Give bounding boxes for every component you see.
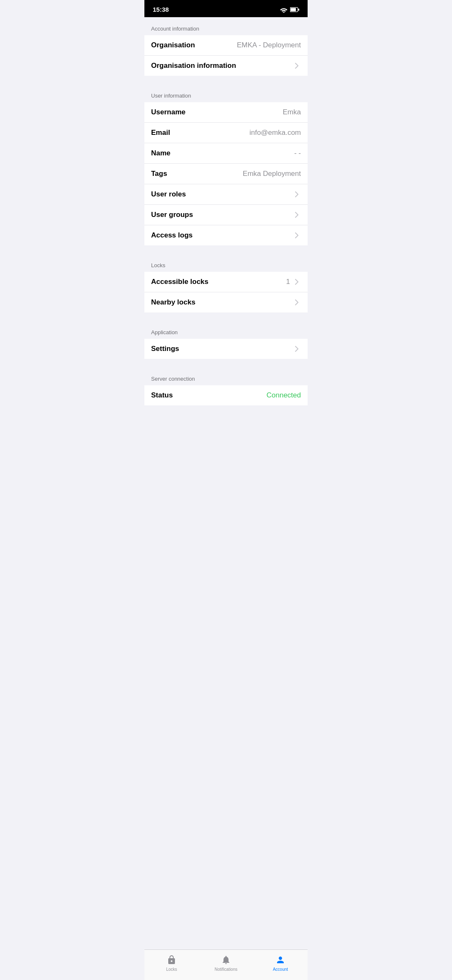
user-roles-row[interactable]: User roles xyxy=(144,184,308,205)
status-icons xyxy=(280,7,299,13)
locks-group: Accessible locks 1 Nearby locks xyxy=(144,272,308,312)
status-row: Status Connected xyxy=(144,385,308,405)
settings-chevron-icon xyxy=(293,345,301,353)
username-value: Emka xyxy=(283,108,301,116)
organisation-info-row[interactable]: Organisation information xyxy=(144,56,308,76)
tags-label: Tags xyxy=(151,170,167,178)
user-groups-chevron-icon xyxy=(293,211,301,219)
svg-rect-2 xyxy=(298,8,299,10)
spacer-4 xyxy=(144,359,308,367)
nearby-locks-chevron-container xyxy=(290,298,301,307)
accessible-locks-value: 1 xyxy=(286,278,290,286)
status-bar: 15:38 xyxy=(144,0,308,17)
accessible-locks-right: 1 xyxy=(286,278,301,286)
spacer-2 xyxy=(144,245,308,254)
user-info-header: User information xyxy=(144,84,308,102)
spacer-1 xyxy=(144,76,308,84)
username-row: Username Emka xyxy=(144,102,308,123)
spacer-3 xyxy=(144,312,308,321)
settings-chevron-container xyxy=(290,345,301,353)
server-connection-group: Status Connected xyxy=(144,385,308,405)
nearby-locks-row[interactable]: Nearby locks xyxy=(144,292,308,312)
wifi-icon xyxy=(280,7,288,13)
locks-header: Locks xyxy=(144,254,308,272)
organisation-info-chevron-icon xyxy=(293,62,301,70)
accessible-locks-chevron-icon xyxy=(293,278,301,286)
user-groups-row[interactable]: User groups xyxy=(144,205,308,225)
account-info-group: Organisation EMKA - Deployment Organisat… xyxy=(144,35,308,76)
server-connection-header: Server connection xyxy=(144,367,308,385)
user-groups-label: User groups xyxy=(151,211,193,219)
access-logs-label: Access logs xyxy=(151,231,193,240)
email-value: info@emka.com xyxy=(249,129,301,137)
access-logs-chevron-icon xyxy=(293,231,301,240)
organisation-info-chevron-container xyxy=(290,62,301,70)
application-header: Application xyxy=(144,321,308,339)
access-logs-chevron-container xyxy=(290,231,301,240)
email-row: Email info@emka.com xyxy=(144,123,308,143)
name-value: - - xyxy=(294,149,301,157)
account-info-header: Account information xyxy=(144,17,308,35)
user-groups-chevron-container xyxy=(290,211,301,219)
name-label: Name xyxy=(151,149,170,157)
nearby-locks-label: Nearby locks xyxy=(151,298,195,307)
accessible-locks-label: Accessible locks xyxy=(151,278,208,286)
name-row: Name - - xyxy=(144,143,308,164)
organisation-info-label: Organisation information xyxy=(151,62,236,70)
settings-label: Settings xyxy=(151,345,179,353)
username-label: Username xyxy=(151,108,185,116)
status-label: Status xyxy=(151,391,173,400)
access-logs-row[interactable]: Access logs xyxy=(144,225,308,245)
organisation-value: EMKA - Deployment xyxy=(237,41,301,49)
application-group: Settings xyxy=(144,339,308,359)
organisation-label: Organisation xyxy=(151,41,195,49)
accessible-locks-row[interactable]: Accessible locks 1 xyxy=(144,272,308,292)
user-roles-chevron-icon xyxy=(293,190,301,199)
user-roles-chevron-container xyxy=(290,190,301,199)
settings-row[interactable]: Settings xyxy=(144,339,308,359)
user-info-group: Username Emka Email info@emka.com Name -… xyxy=(144,102,308,245)
nearby-locks-chevron-icon xyxy=(293,298,301,307)
svg-rect-1 xyxy=(290,8,296,11)
tags-row: Tags Emka Deployment xyxy=(144,164,308,184)
time: 15:38 xyxy=(153,6,169,13)
battery-icon xyxy=(290,7,299,13)
page-content: Account information Organisation EMKA - … xyxy=(144,17,308,439)
user-roles-label: User roles xyxy=(151,190,186,199)
tags-value: Emka Deployment xyxy=(243,170,301,178)
organisation-row: Organisation EMKA - Deployment xyxy=(144,35,308,56)
email-label: Email xyxy=(151,129,170,137)
status-value: Connected xyxy=(267,391,301,400)
